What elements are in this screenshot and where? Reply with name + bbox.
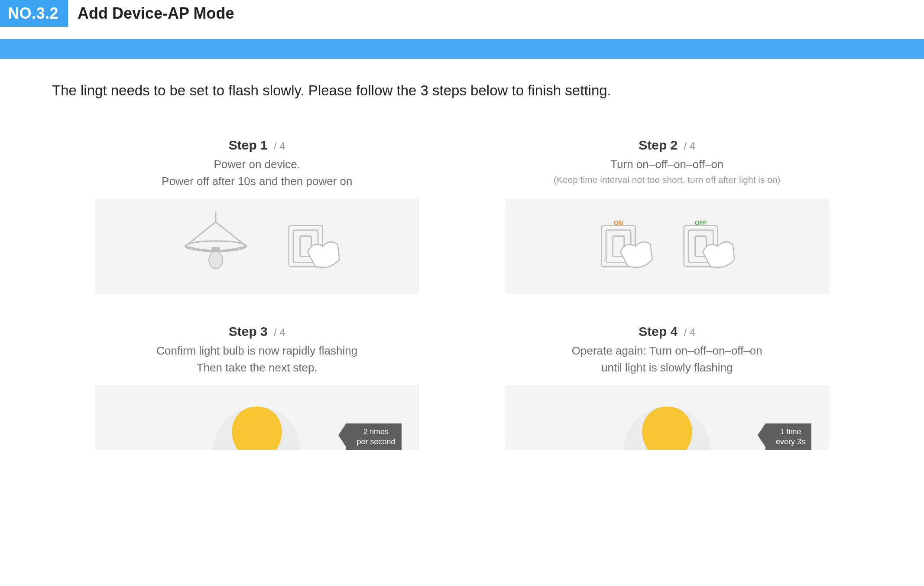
switch-icon bbox=[285, 218, 341, 274]
step-3-frequency-tag: 2 times per second bbox=[346, 423, 401, 450]
step-4-label: Step 4 bbox=[639, 324, 678, 339]
step-2-heading: Step 2 / 4 bbox=[506, 138, 829, 153]
step-2-line2: (Keep time interval not too short, turn … bbox=[506, 173, 829, 187]
step-1-line1: Power on device. bbox=[95, 156, 419, 173]
step-1-illustration bbox=[95, 199, 419, 294]
bulb-fast-icon bbox=[209, 389, 305, 450]
step-3-tag-line1: 2 times bbox=[357, 427, 395, 437]
section-number-badge: NO.3.2 bbox=[0, 0, 68, 27]
step-4-tag-line1: 1 time bbox=[776, 427, 805, 437]
intro-text: The lingt needs to be set to flash slowl… bbox=[52, 82, 924, 99]
section-title: Add Device-AP Mode bbox=[78, 4, 234, 23]
step-4-frequency-tag: 1 time every 3s bbox=[765, 423, 811, 450]
step-1-desc: Power on device. Power off after 10s and… bbox=[95, 156, 419, 191]
switch-on-icon: ON bbox=[598, 218, 654, 274]
step-2-label: Step 2 bbox=[639, 138, 678, 152]
step-4-of: / 4 bbox=[684, 326, 696, 338]
divider-bar bbox=[0, 39, 924, 59]
step-4-line1: Operate again: Turn on–off–on–off–on bbox=[506, 342, 829, 359]
steps-grid: Step 1 / 4 Power on device. Power off af… bbox=[95, 138, 829, 450]
step-4-line2: until light is slowly flashing bbox=[506, 359, 829, 376]
switch-on-label: ON bbox=[614, 219, 623, 226]
step-2-of: / 4 bbox=[684, 140, 696, 152]
step-3-label: Step 3 bbox=[229, 324, 268, 339]
step-1-line2: Power off after 10s and then power on bbox=[95, 173, 419, 190]
step-3-heading: Step 3 / 4 bbox=[95, 324, 419, 339]
step-2-line1: Turn on–off–on–off–on bbox=[506, 156, 829, 173]
step-2: Step 2 / 4 Turn on–off–on–off–on (Keep t… bbox=[506, 138, 829, 294]
step-3-illustration: 2 times per second bbox=[95, 385, 419, 450]
step-3-tag-line2: per second bbox=[357, 437, 395, 447]
step-3-line1: Confirm light bulb is now rapidly flashi… bbox=[95, 342, 419, 359]
step-4-tag-line2: every 3s bbox=[776, 437, 805, 447]
step-3-line2: Then take the next step. bbox=[95, 359, 419, 376]
step-4: Step 4 / 4 Operate again: Turn on–off–on… bbox=[506, 324, 829, 450]
bulb-slow-icon bbox=[619, 389, 715, 450]
step-1: Step 1 / 4 Power on device. Power off af… bbox=[95, 138, 419, 294]
step-3-desc: Confirm light bulb is now rapidly flashi… bbox=[95, 342, 419, 377]
section-header: NO.3.2 Add Device-AP Mode bbox=[0, 0, 924, 27]
switch-off-label: OFF bbox=[695, 219, 707, 226]
svg-point-3 bbox=[209, 251, 223, 269]
step-4-heading: Step 4 / 4 bbox=[506, 324, 829, 339]
step-1-label: Step 1 bbox=[229, 138, 268, 152]
switch-off-icon: OFF bbox=[680, 218, 736, 274]
lamp-icon bbox=[172, 212, 259, 281]
step-4-desc: Operate again: Turn on–off–on–off–on unt… bbox=[506, 342, 829, 377]
step-1-of: / 4 bbox=[274, 140, 285, 152]
step-2-illustration: ON OFF bbox=[506, 199, 829, 294]
step-2-desc: Turn on–off–on–off–on (Keep time interva… bbox=[506, 156, 829, 191]
step-3: Step 3 / 4 Confirm light bulb is now rap… bbox=[95, 324, 419, 450]
step-3-of: / 4 bbox=[274, 326, 285, 338]
step-1-heading: Step 1 / 4 bbox=[95, 138, 419, 153]
step-4-illustration: 1 time every 3s bbox=[506, 385, 829, 450]
